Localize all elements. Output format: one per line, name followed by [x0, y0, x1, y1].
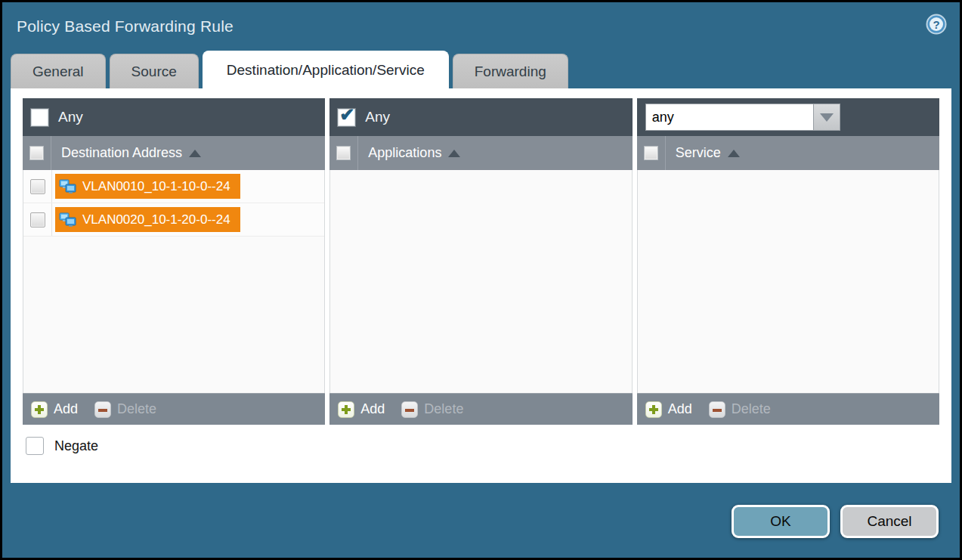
add-plus-icon: [645, 401, 662, 418]
destination-row-1-checkbox[interactable]: [30, 179, 45, 194]
applications-footer-bar: Add Delete: [329, 393, 632, 425]
help-icon[interactable]: ?: [926, 14, 947, 35]
add-plus-icon: [338, 401, 354, 418]
applications-any-checkbox[interactable]: [338, 109, 355, 126]
sort-ascending-icon: [728, 150, 740, 157]
service-column-subheader: Service: [637, 136, 939, 170]
tab-bar: General Source Destination/Application/S…: [2, 51, 960, 88]
negate-label: Negate: [54, 438, 98, 454]
sort-ascending-icon: [189, 150, 201, 157]
negate-checkbox[interactable]: [26, 437, 44, 455]
table-row: VLAN0010_10-1-10-0--24: [23, 170, 324, 203]
destination-delete-button[interactable]: Delete: [94, 401, 156, 418]
negate-row: Negate: [23, 437, 939, 455]
applications-list: [329, 170, 632, 393]
network-address-icon: [59, 178, 77, 196]
service-type-dropdown-button[interactable]: [813, 104, 840, 131]
tab-general-label: General: [32, 63, 84, 80]
destination-add-button[interactable]: Add: [31, 401, 78, 418]
destination-row-2-label: VLAN0020_10-1-20-0--24: [82, 212, 230, 227]
applications-header-label: Applications: [368, 145, 441, 161]
applications-sort-header[interactable]: Applications: [358, 136, 460, 170]
applications-delete-button[interactable]: Delete: [401, 401, 463, 418]
service-list: [637, 170, 939, 393]
sort-ascending-icon: [448, 150, 460, 157]
delete-button-label: Delete: [424, 401, 463, 417]
destination-any-header: Any: [23, 98, 325, 136]
service-column: Service Add Delete: [637, 98, 939, 425]
destination-column-subheader: Destination Address: [23, 136, 325, 170]
network-address-icon: [59, 211, 77, 229]
tab-forwarding[interactable]: Forwarding: [453, 54, 568, 88]
destination-row-1-item[interactable]: VLAN0010_10-1-10-0--24: [55, 174, 240, 199]
svg-text:?: ?: [933, 18, 939, 31]
destination-address-column: Any Destination Address: [23, 98, 325, 425]
destination-row-2-item[interactable]: VLAN0020_10-1-20-0--24: [55, 207, 240, 232]
destination-address-sort-header[interactable]: Destination Address: [51, 136, 201, 170]
dialog-title: Policy Based Forwarding Rule: [17, 17, 234, 36]
applications-column-subheader: Applications: [329, 136, 632, 170]
cancel-button[interactable]: Cancel: [840, 505, 939, 538]
destination-footer-bar: Add Delete: [23, 393, 325, 425]
applications-add-button[interactable]: Add: [338, 401, 385, 418]
destination-address-list: VLAN0010_10-1-10-0--24: [23, 170, 325, 393]
service-footer-bar: Add Delete: [637, 393, 939, 425]
policy-based-forwarding-rule-dialog: Policy Based Forwarding Rule ? General S…: [2, 2, 960, 558]
service-type-dropdown-input[interactable]: [645, 104, 813, 131]
destination-row-1-label: VLAN0010_10-1-10-0--24: [82, 179, 230, 194]
delete-minus-icon: [401, 401, 418, 418]
ok-button[interactable]: OK: [732, 505, 830, 538]
applications-any-label: Any: [365, 109, 390, 125]
tab-source-label: Source: [131, 63, 177, 80]
service-header-label: Service: [676, 145, 721, 161]
tab-source[interactable]: Source: [110, 54, 199, 88]
service-add-button[interactable]: Add: [645, 401, 692, 418]
tab-general[interactable]: General: [11, 54, 106, 88]
chevron-down-icon: [820, 113, 834, 122]
dialog-actions: OK Cancel: [732, 505, 939, 538]
tab-content-panel: Any Destination Address: [11, 88, 951, 483]
tab-destination-application-service-label: Destination/Application/Service: [227, 62, 425, 79]
service-type-dropdown: [645, 104, 840, 131]
destination-select-all-checkbox[interactable]: [29, 146, 44, 160]
service-delete-button[interactable]: Delete: [709, 401, 771, 418]
title-bar: Policy Based Forwarding Rule ?: [2, 2, 960, 51]
add-button-label: Add: [668, 401, 692, 417]
applications-column: Any Applications Add: [329, 98, 632, 425]
add-button-label: Add: [54, 401, 78, 417]
service-sort-header[interactable]: Service: [666, 136, 740, 170]
destination-any-label: Any: [58, 109, 83, 125]
applications-select-all-checkbox[interactable]: [336, 146, 351, 160]
applications-any-header: Any: [329, 98, 632, 136]
destination-address-header-label: Destination Address: [61, 145, 182, 161]
delete-minus-icon: [94, 401, 111, 418]
service-select-all-checkbox[interactable]: [644, 146, 658, 160]
delete-minus-icon: [709, 401, 725, 418]
service-dropdown-header: [637, 98, 939, 136]
table-row: VLAN0020_10-1-20-0--24: [23, 203, 324, 237]
tab-forwarding-label: Forwarding: [475, 63, 546, 80]
destination-row-2-checkbox[interactable]: [30, 212, 45, 227]
delete-button-label: Delete: [732, 401, 771, 417]
add-plus-icon: [31, 401, 48, 418]
add-button-label: Add: [360, 401, 385, 417]
tab-destination-application-service[interactable]: Destination/Application/Service: [203, 51, 449, 88]
destination-any-checkbox[interactable]: [31, 109, 48, 126]
delete-button-label: Delete: [117, 401, 156, 417]
